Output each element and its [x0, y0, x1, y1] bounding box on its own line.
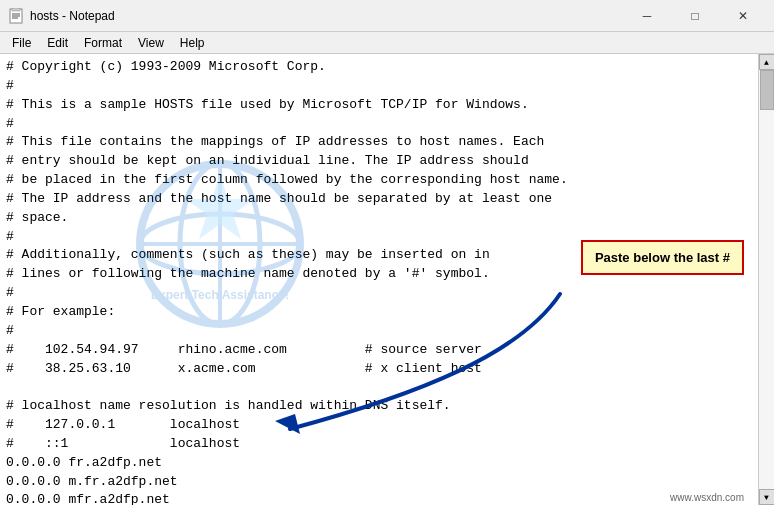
close-button[interactable]: ✕ [720, 1, 766, 31]
maximize-button[interactable]: □ [672, 1, 718, 31]
tooltip-box: Paste below the last # [581, 240, 744, 275]
title-bar: hosts - Notepad ─ □ ✕ [0, 0, 774, 32]
menu-help[interactable]: Help [172, 34, 213, 52]
scrollbar[interactable]: ▲ ▼ [758, 54, 774, 505]
window-title: hosts - Notepad [30, 9, 115, 23]
minimize-button[interactable]: ─ [624, 1, 670, 31]
menu-view[interactable]: View [130, 34, 172, 52]
scroll-up-button[interactable]: ▲ [759, 54, 775, 70]
window-controls: ─ □ ✕ [624, 1, 766, 31]
notepad-icon [8, 8, 24, 24]
menu-format[interactable]: Format [76, 34, 130, 52]
menu-bar: File Edit Format View Help [0, 32, 774, 54]
menu-file[interactable]: File [4, 34, 39, 52]
menu-edit[interactable]: Edit [39, 34, 76, 52]
editor-text-area[interactable]: # Copyright (c) 1993-2009 Microsoft Corp… [0, 54, 758, 505]
svg-rect-1 [12, 8, 20, 11]
scrollbar-thumb[interactable] [760, 70, 774, 110]
scroll-down-button[interactable]: ▼ [759, 489, 775, 505]
tooltip-text: Paste below the last # [595, 250, 730, 265]
editor-container: Expert Tech Assistance! # Copyright (c) … [0, 54, 774, 505]
scrollbar-track[interactable] [759, 70, 774, 489]
bottom-watermark: www.wsxdn.com [670, 492, 744, 503]
watermark-text: www.wsxdn.com [670, 492, 744, 503]
